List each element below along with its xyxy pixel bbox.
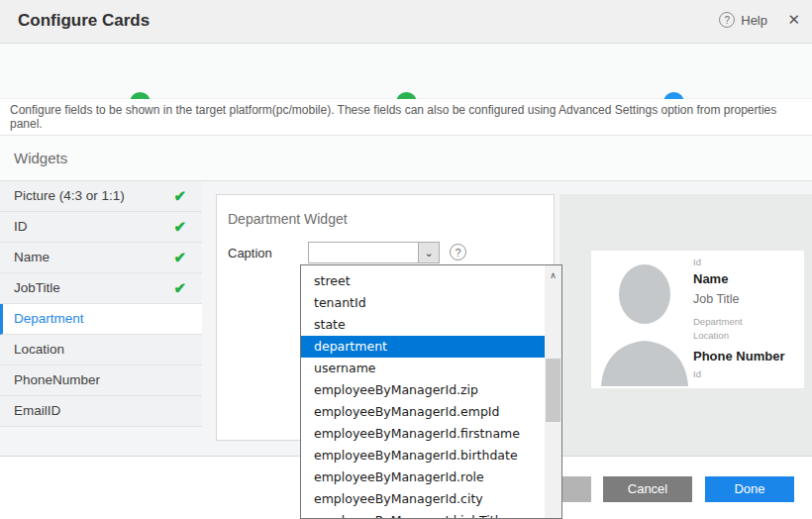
help-button[interactable]: ? Help — [719, 12, 767, 28]
check-icon: ✔ — [173, 212, 186, 242]
widget-item-name[interactable]: Name ✔ — [0, 243, 202, 273]
check-icon: ✔ — [173, 243, 186, 272]
caption-dropdown-list: street tenantId state department usernam… — [300, 264, 562, 519]
preview-card: Id Name Job Title Department Location Ph… — [591, 251, 804, 388]
dropdown-option[interactable]: username — [301, 358, 545, 379]
dropdown-option[interactable]: employeeByManagerId.firstname — [301, 423, 545, 445]
close-icon[interactable]: ✕ — [787, 11, 800, 29]
widget-item-label: JobTitle — [14, 280, 60, 295]
widget-item-department[interactable]: Department — [0, 304, 202, 335]
widget-item-label: Name — [14, 250, 50, 264]
description-text: Configure fields to be shown in the targ… — [10, 103, 812, 131]
widgets-section-header: Widgets — [0, 136, 812, 181]
card-field-department: Department — [693, 316, 743, 327]
card-field-phonenumber: Phone Number — [693, 349, 784, 363]
done-button[interactable]: Done — [705, 476, 794, 502]
wizard-stepper: ✔ Data ✔ Template 3 Bind Fields — [0, 44, 812, 99]
widget-item-picture[interactable]: Picture (4:3 or 1:1) ✔ — [0, 181, 202, 212]
check-icon: ✔ — [173, 181, 186, 211]
widget-item-jobtitle[interactable]: JobTitle ✔ — [0, 273, 202, 304]
widget-item-label: PhoneNumber — [14, 372, 100, 387]
dropdown-option[interactable]: employeeByManagerId.city — [301, 488, 545, 510]
widget-item-location[interactable]: Location — [0, 335, 202, 365]
configure-cards-dialog: Configure Cards ? Help ✕ ✔ Data ✔ Templa… — [0, 0, 812, 519]
caption-help-icon[interactable]: ? — [450, 244, 466, 260]
widget-item-label: Department — [14, 311, 84, 326]
widget-item-label: EmailID — [14, 403, 60, 418]
card-field-location: Location — [693, 330, 729, 341]
card-field-id-bottom: Id — [693, 368, 701, 379]
caption-label: Caption — [228, 246, 272, 260]
card-field-id-top: Id — [693, 257, 701, 267]
widget-item-emailid[interactable]: EmailID — [0, 396, 202, 427]
panel-title: Department Widget — [228, 211, 348, 227]
dropdown-option[interactable]: state — [301, 314, 545, 336]
dropdown-scrollbar[interactable]: ∧ — [545, 265, 561, 518]
dropdown-option[interactable]: employeeByManagerId.empId — [301, 401, 545, 423]
card-field-name: Name — [693, 271, 728, 286]
caption-select[interactable]: ⌄ — [308, 242, 440, 263]
dropdown-option-selected[interactable]: department — [301, 336, 545, 358]
card-field-jobtitle: Job Title — [693, 292, 740, 306]
scroll-up-icon[interactable]: ∧ — [545, 265, 561, 284]
widget-item-label: ID — [14, 219, 28, 234]
chevron-down-icon[interactable]: ⌄ — [418, 243, 439, 262]
help-icon: ? — [719, 12, 735, 28]
widgets-title: Widgets — [14, 150, 67, 166]
dropdown-option[interactable]: tenantId — [301, 292, 545, 314]
description-bar: Configure fields to be shown in the targ… — [0, 99, 812, 136]
dropdown-option[interactable]: employeeByManagerId.role — [301, 467, 545, 488]
dropdown-option[interactable]: street — [301, 270, 545, 292]
widget-item-label: Location — [14, 342, 64, 357]
dropdown-option[interactable]: employeeByManagerId.birthdate — [301, 445, 545, 467]
help-label: Help — [741, 13, 767, 28]
scrollbar-thumb[interactable] — [546, 359, 560, 422]
dropdown-option-clipped[interactable]: employeeByManagerId.jobTitle — [301, 510, 545, 518]
dropdown-options: street tenantId state department usernam… — [301, 265, 545, 518]
cancel-button[interactable]: Cancel — [603, 476, 692, 502]
dialog-title: Configure Cards — [18, 11, 150, 31]
person-silhouette-icon — [593, 253, 692, 386]
dialog-header: Configure Cards ? Help ✕ — [0, 0, 812, 44]
widgets-list: Picture (4:3 or 1:1) ✔ ID ✔ Name ✔ JobTi… — [0, 181, 202, 427]
widget-item-id[interactable]: ID ✔ — [0, 212, 202, 243]
check-icon: ✔ — [173, 273, 186, 303]
widget-item-label: Picture (4:3 or 1:1) — [14, 188, 125, 203]
widget-item-phonenumber[interactable]: PhoneNumber — [0, 365, 202, 396]
card-preview-area: Id Name Job Title Department Location Ph… — [559, 194, 812, 456]
dropdown-option[interactable]: employeeByManagerId.zip — [301, 379, 545, 401]
